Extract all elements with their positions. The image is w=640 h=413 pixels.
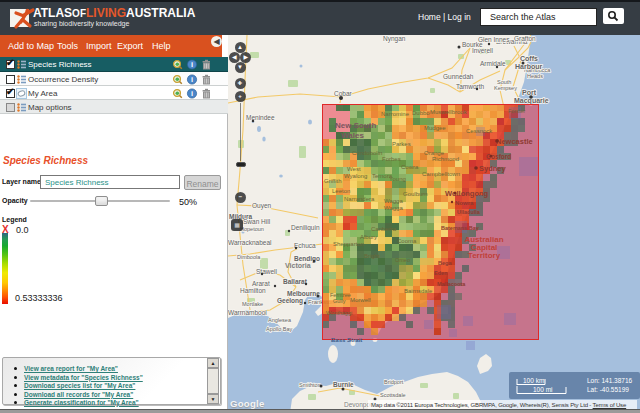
svg-text:Condobolin: Condobolin [352,150,382,156]
svg-text:i: i [191,60,193,69]
svg-text:Griffith: Griffith [324,178,342,184]
svg-text:100 km: 100 km [523,377,544,384]
svg-text:Wyalong: Wyalong [344,173,367,179]
svg-text:Mallacoota: Mallacoota [437,281,466,287]
svg-text:Bass Strait: Bass Strait [331,337,362,343]
svg-text:Lon: 141.38716: Lon: 141.38716 [587,377,633,384]
svg-text:Ulladulla: Ulladulla [457,209,481,215]
svg-text:Wagga: Wagga [384,198,403,204]
svg-text:Leeton: Leeton [332,188,350,194]
svg-text:Bega: Bega [438,260,452,266]
svg-text:Campbelltown: Campbelltown [422,171,460,177]
svg-text:Narromine: Narromine [381,111,410,117]
svg-text:Nowra: Nowra [455,200,474,206]
svg-text:Gully: Gully [333,298,346,304]
svg-text:Bright: Bright [364,253,380,259]
svg-text:i: i [191,75,193,84]
svg-text:Wollongong: Wollongong [445,189,489,198]
svg-text:Temora: Temora [372,173,393,179]
svg-text:Mudgee: Mudgee [424,125,446,131]
svg-text:West: West [347,166,361,172]
svg-text:Forster: Forster [508,108,526,114]
svg-text:Morwell: Morwell [350,297,371,303]
svg-text:Albury: Albury [360,234,377,240]
svg-text:Gosford: Gosford [486,153,511,160]
svg-text:New South: New South [335,121,376,130]
svg-text:Wagga: Wagga [384,205,403,211]
svg-text:100 mi: 100 mi [533,386,553,393]
svg-text:Wales: Wales [341,131,364,140]
svg-text:Goulburn: Goulburn [403,191,428,197]
svg-text:Richmond: Richmond [432,156,459,162]
svg-text:Wonthaggi: Wonthaggi [326,310,352,316]
svg-text:Dubbo: Dubbo [412,110,430,116]
svg-text:Parkes: Parkes [392,141,411,147]
svg-text:Lat: -40.55199: Lat: -40.55199 [587,386,629,393]
svg-text:Omeo: Omeo [395,257,410,263]
svg-text:Cowra: Cowra [401,164,419,170]
svg-text:Sydney: Sydney [479,164,507,173]
svg-text:Muswellbrook: Muswellbrook [430,109,468,115]
svg-text:Bairnsdale: Bairnsdale [404,288,433,294]
svg-text:Canberra: Canberra [371,226,397,232]
svg-text:Newcastle: Newcastle [496,137,533,146]
svg-text:Forbes: Forbes [382,156,401,162]
svg-text:Eden: Eden [434,270,448,276]
svg-text:Territory: Territory [468,251,501,260]
svg-text:Narrandera: Narrandera [344,196,375,202]
svg-text:Batemans Bay: Batemans Bay [441,225,480,231]
svg-text:Shepparton: Shepparton [333,241,364,247]
svg-text:Cessnock: Cessnock [466,128,493,134]
svg-text:i: i [191,89,193,98]
svg-text:Cooma: Cooma [397,238,417,244]
